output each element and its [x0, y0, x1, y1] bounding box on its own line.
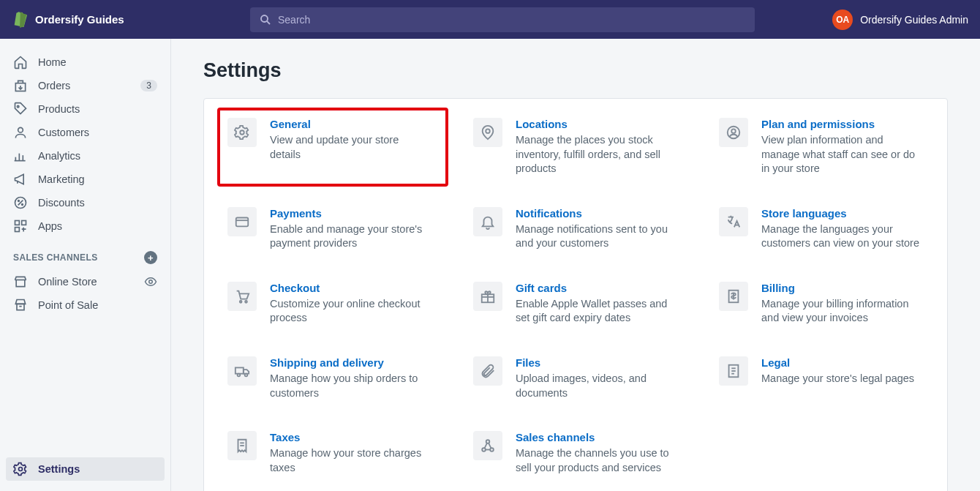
svg-point-21 — [486, 129, 490, 133]
tile-title: Billing — [761, 282, 924, 294]
tile-desc: Manage the places you stock inventory, f… — [516, 133, 678, 176]
home-icon — [13, 55, 28, 70]
tile-files[interactable]: Files Upload images, videos, and documen… — [470, 353, 681, 403]
tile-notifications[interactable]: Notifications Manage notifications sent … — [470, 204, 681, 254]
sidebar-item-discounts[interactable]: Discounts — [6, 191, 165, 214]
sidebar-item-label: Point of Sale — [38, 299, 98, 311]
tile-desc: Manage your store's legal pages — [761, 372, 924, 386]
sidebar-item-online-store[interactable]: Online Store — [6, 270, 165, 293]
sidebar-item-label: Apps — [38, 220, 62, 232]
search-icon — [259, 13, 272, 26]
tile-legal[interactable]: Legal Manage your store's legal pages — [716, 353, 927, 403]
search-input[interactable] — [278, 14, 746, 26]
paperclip-icon — [473, 356, 502, 386]
receipt-icon — [227, 431, 257, 460]
language-icon — [719, 207, 748, 236]
svg-point-16 — [149, 280, 153, 284]
sidebar-item-label: Orders — [38, 80, 70, 91]
sidebar-item-products[interactable]: Products — [6, 97, 165, 121]
tile-plan[interactable]: Plan and permissions View plan informati… — [716, 115, 927, 179]
svg-rect-32 — [235, 367, 244, 373]
svg-point-0 — [261, 15, 268, 22]
sidebar-item-label: Analytics — [38, 150, 80, 162]
sidebar-item-analytics[interactable]: Analytics — [6, 144, 165, 168]
tile-desc: Upload images, videos, and documents — [516, 372, 678, 400]
settings-card: General View and update your store detai… — [203, 98, 948, 491]
shopify-logo-icon — [12, 11, 28, 29]
tile-title: Locations — [516, 118, 678, 130]
add-channel-icon[interactable]: + — [144, 251, 157, 264]
sidebar-item-home[interactable]: Home — [6, 50, 165, 74]
sidebar-item-label: Marketing — [38, 173, 85, 185]
tile-title: Checkout — [270, 282, 432, 294]
user-circle-icon — [719, 118, 748, 147]
sidebar-item-customers[interactable]: Customers — [6, 121, 165, 144]
svg-line-44 — [484, 443, 487, 448]
tile-shipping[interactable]: Shipping and delivery Manage how you shi… — [225, 353, 435, 403]
tile-desc: Manage the channels you use to sell your… — [516, 446, 678, 475]
svg-point-23 — [731, 129, 736, 133]
tile-billing[interactable]: Billing Manage your billing information … — [716, 279, 927, 329]
tile-payments[interactable]: Payments Enable and manage your store's … — [225, 204, 435, 254]
tile-desc: Manage how you ship orders to customers — [270, 372, 432, 400]
svg-line-1 — [267, 20, 270, 23]
cart-icon — [227, 282, 257, 311]
person-icon — [13, 125, 28, 140]
tile-title: Notifications — [516, 207, 678, 220]
tile-desc: View plan information and manage what st… — [761, 133, 924, 176]
tile-gift-cards[interactable]: Gift cards Enable Apple Wallet passes an… — [470, 279, 681, 329]
search-field[interactable] — [250, 7, 755, 32]
brand[interactable]: Ordersify Guides — [12, 11, 158, 29]
sidebar: Home Orders 3 Products Customers Analyti… — [0, 39, 171, 491]
svg-rect-15 — [15, 228, 20, 232]
card-icon — [227, 207, 257, 236]
tile-desc: Manage your billing information and view… — [761, 297, 924, 326]
gear-icon — [227, 118, 257, 147]
svg-point-20 — [240, 130, 244, 135]
sidebar-item-label: Online Store — [38, 276, 97, 288]
sidebar-item-apps[interactable]: Apps — [6, 214, 165, 238]
tile-taxes[interactable]: Taxes Manage how your store charges taxe… — [225, 428, 435, 478]
user-menu[interactable]: OA Ordersify Guides Admin — [832, 10, 968, 30]
svg-point-3 — [17, 105, 19, 108]
discount-icon — [13, 195, 28, 210]
sidebar-item-label: Discounts — [38, 197, 85, 209]
brand-name: Ordersify Guides — [35, 13, 124, 26]
tile-general[interactable]: General View and update your store detai… — [217, 108, 448, 187]
tag-icon — [13, 102, 28, 116]
tile-title: Payments — [270, 207, 432, 220]
sidebar-item-label: Settings — [38, 463, 80, 475]
view-store-icon[interactable] — [144, 275, 157, 288]
tile-desc: Manage the languages your customers can … — [761, 222, 924, 251]
sidebar-item-marketing[interactable]: Marketing — [6, 168, 165, 191]
settings-grid: General View and update your store detai… — [225, 115, 927, 478]
page-title: Settings — [203, 59, 948, 82]
tile-title: Shipping and delivery — [270, 356, 432, 369]
sidebar-item-settings[interactable]: Settings — [6, 457, 165, 481]
sidebar-item-label: Customers — [38, 127, 89, 138]
tile-desc: Customize your online checkout process — [270, 297, 432, 326]
tile-title: Taxes — [270, 431, 432, 443]
search-wrap — [250, 7, 755, 32]
tile-locations[interactable]: Locations Manage the places you stock in… — [470, 115, 681, 179]
svg-point-33 — [238, 374, 241, 377]
tile-desc: Enable Apple Wallet passes and set gift … — [516, 297, 678, 326]
tile-languages[interactable]: Store languages Manage the languages you… — [716, 204, 927, 254]
tile-desc: Manage notifications sent to you and you… — [516, 222, 678, 251]
sidebar-item-pos[interactable]: Point of Sale — [6, 293, 165, 317]
tile-sales-channels[interactable]: Sales channels Manage the channels you u… — [470, 428, 681, 478]
tile-title: Gift cards — [516, 282, 678, 294]
store-icon — [13, 274, 28, 289]
sidebar-item-label: Products — [38, 103, 80, 115]
pos-icon — [13, 298, 28, 312]
svg-point-19 — [19, 468, 23, 471]
sales-channels-header: SALES CHANNELS + — [0, 238, 170, 270]
gear-icon — [13, 462, 28, 476]
sidebar-item-orders[interactable]: Orders 3 — [6, 74, 165, 97]
apps-icon — [13, 219, 28, 233]
main-content: Settings General View and update your st… — [171, 39, 980, 491]
topbar: Ordersify Guides OA Ordersify Guides Adm… — [0, 0, 980, 39]
megaphone-icon — [13, 172, 28, 187]
svg-rect-14 — [22, 221, 26, 225]
tile-checkout[interactable]: Checkout Customize your online checkout … — [225, 279, 435, 329]
